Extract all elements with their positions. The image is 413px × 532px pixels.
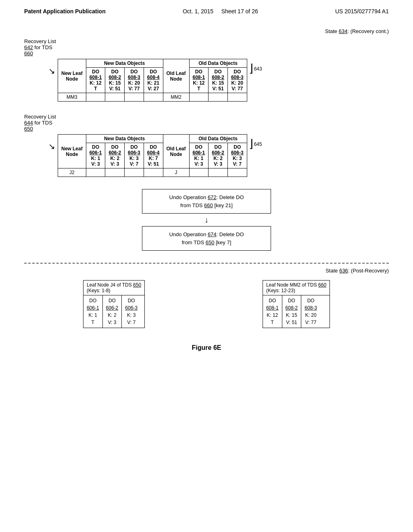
recovery-644-label: Recovery List 644 for TDS 650	[24, 114, 389, 132]
leaf-node-j4-cell3: DO606-3K: 3V: 7	[122, 295, 141, 328]
state634-label: State 634: (Recovery cont.)	[24, 28, 389, 34]
operations-section: Undo Operation 672: Delete DO from TDS 6…	[24, 189, 389, 251]
arrow-in-644: ↘	[48, 141, 55, 151]
leaf-node-mm2-cell1: DO608-1K: 12T	[263, 295, 282, 328]
leaf-node-j4-cell1: DO606-1K: 1T	[83, 295, 103, 328]
dashed-divider	[24, 263, 389, 264]
recovery-644-section: Recovery List 644 for TDS 650 ↘ New Leaf…	[24, 114, 389, 177]
header-left: Patent Application Publication	[24, 8, 106, 15]
col-old-leaf-node-2: Old LeafNode	[163, 135, 189, 168]
recovery-642-table-container: ↘ New LeafNode New Data Objects Old Leaf…	[48, 59, 389, 102]
leaf-node-mm2-title: Leaf Node MM2 of TDS 660 (Keys: 12-23)	[263, 281, 330, 295]
leaf-node-j4: Leaf Node J4 of TDS 650 (Keys: 1-8) DO60…	[83, 280, 145, 328]
header-right: US 2015/0277794 A1	[335, 8, 389, 15]
bracket-643: ⌋ 643	[247, 59, 262, 74]
operation-672-box: Undo Operation 672: Delete DO from TDS 6…	[142, 189, 271, 214]
arrow-down-1: ↓	[142, 215, 271, 224]
leaf-node-mm2: Leaf Node MM2 of TDS 660 (Keys: 12-23) D…	[263, 280, 330, 328]
col-new-data-objects: New Data Objects	[86, 59, 163, 68]
leaf-nodes-row: Leaf Node J4 of TDS 650 (Keys: 1-8) DO60…	[24, 280, 389, 328]
header-center: Oct. 1, 2015 Sheet 17 of 26	[183, 8, 258, 15]
recovery-642-section: Recovery List 642 for TDS 660 ↘ New Leaf…	[24, 38, 389, 102]
page: Patent Application Publication Oct. 1, 2…	[0, 0, 413, 532]
state634-number: 634	[339, 28, 348, 34]
col-new-leaf-node: New LeafNode	[58, 59, 86, 93]
col-old-leaf-node: Old LeafNode	[163, 59, 189, 93]
leaf-node-mm2-data: DO608-1K: 12T DO608-2K: 15V: 51 DO608-3K…	[263, 295, 330, 328]
bracket-645: ⌋ 645	[247, 134, 262, 150]
col-new-leaf-node-2: New LeafNode	[58, 135, 86, 168]
col-old-data-objects-2: Old Data Objects	[189, 135, 247, 143]
recovery-642-table: New LeafNode New Data Objects Old LeafNo…	[58, 59, 247, 102]
figure-label: Figure 6E	[24, 344, 389, 351]
leaf-node-j4-title: Leaf Node J4 of TDS 650 (Keys: 1-8)	[83, 281, 144, 295]
col-new-data-objects-2: New Data Objects	[86, 135, 163, 143]
state636-label: State 636: (Post-Recovery)	[24, 268, 389, 274]
header: Patent Application Publication Oct. 1, 2…	[24, 8, 389, 16]
table-row: MM3 MM2	[58, 93, 247, 102]
col-old-data-objects: Old Data Objects	[189, 59, 247, 68]
leaf-node-j4-data: DO606-1K: 1T DO606-2K: 2V: 3 DO606-3K: 3…	[83, 295, 144, 328]
leaf-node-j4-cell2: DO606-2K: 2V: 3	[103, 295, 122, 328]
leaf-node-mm2-cell3: DO608-3K: 20V: 77	[301, 295, 320, 328]
table-row: J2 J	[58, 168, 247, 177]
arrow-in-642: ↘	[48, 66, 55, 76]
recovery-644-table: New LeafNode New Data Objects Old LeafNo…	[58, 134, 247, 177]
leaf-node-mm2-cell2: DO608-2K: 15V: 51	[282, 295, 302, 328]
operation-674-box: Undo Operation 674: Delete DO from TDS 6…	[142, 226, 271, 251]
recovery-644-table-container: ↘ New LeafNode New Data Objects Old Leaf…	[48, 134, 389, 177]
recovery-642-label: Recovery List 642 for TDS 660	[24, 38, 389, 56]
